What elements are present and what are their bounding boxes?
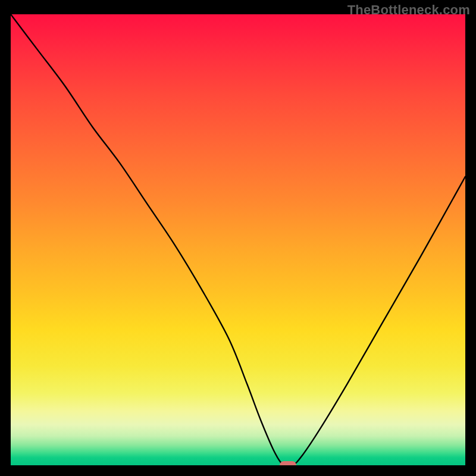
chart-frame: TheBottleneck.com bbox=[0, 0, 476, 476]
bottleneck-curve bbox=[11, 14, 465, 465]
watermark-label: TheBottleneck.com bbox=[347, 2, 470, 18]
optimal-point-marker bbox=[280, 461, 296, 465]
plot-area bbox=[11, 14, 465, 465]
